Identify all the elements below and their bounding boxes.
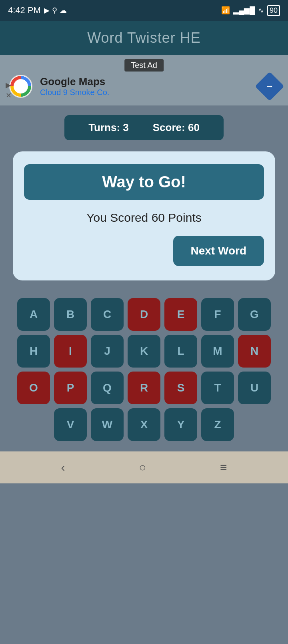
app-header: Word Twister HE: [0, 21, 288, 55]
key-c[interactable]: C: [91, 298, 124, 331]
menu-button[interactable]: ≡: [220, 461, 227, 474]
keyboard-row-2: OPQRSTU: [6, 372, 282, 404]
dialog-title-box: Way to Go!: [24, 164, 264, 200]
key-g[interactable]: G: [238, 298, 271, 331]
score-display: Score: 60: [153, 121, 200, 134]
vibrate-icon: 📶: [221, 6, 230, 15]
ad-text: Google Maps Cloud 9 Smoke Co.: [40, 76, 109, 97]
dialog: Way to Go! You Scored 60 Points Next Wor…: [13, 151, 275, 280]
dialog-actions: Next Word: [24, 236, 264, 266]
status-icons: ▶ ⚲ ☁: [44, 6, 67, 15]
ad-controls[interactable]: ▶ ✕: [6, 81, 12, 100]
key-v[interactable]: V: [54, 408, 87, 441]
app-title: Word Twister HE: [87, 30, 201, 46]
ad-content: Google Maps Cloud 9 Smoke Co.: [8, 74, 109, 99]
key-x[interactable]: X: [128, 408, 160, 441]
ad-banner[interactable]: Test Ad Google Maps Cloud 9 Smoke Co. → …: [0, 55, 288, 105]
battery-icon: 90: [267, 5, 280, 16]
key-n[interactable]: N: [238, 335, 271, 368]
back-icon: ‹: [61, 461, 65, 474]
keyboard-row-1: HIJKLMN: [6, 335, 282, 368]
status-time: 4:42 PM: [8, 5, 41, 16]
dialog-title: Way to Go!: [102, 173, 186, 191]
status-bar: 4:42 PM ▶ ⚲ ☁ 📶 ▂▄▆█ ∿ 90: [0, 0, 288, 21]
ad-app-name: Google Maps: [40, 76, 109, 88]
home-icon: ○: [139, 461, 146, 474]
keyboard-area: ABCDEFGHIJKLMNOPQRSTUVWXYZ: [0, 290, 288, 451]
wifi-icon: ∿: [258, 6, 264, 15]
home-button[interactable]: ○: [139, 461, 146, 474]
key-j[interactable]: J: [91, 335, 124, 368]
key-t[interactable]: T: [201, 372, 234, 404]
dialog-score-text: You Scored 60 Points: [24, 211, 264, 225]
keyboard-row-0: ABCDEFG: [6, 298, 282, 331]
key-b[interactable]: B: [54, 298, 87, 331]
signal-icon: ▂▄▆█: [233, 6, 255, 15]
key-l[interactable]: L: [164, 335, 197, 368]
key-s[interactable]: S: [164, 372, 197, 404]
score-box: Turns: 3 Score: 60: [64, 115, 224, 140]
dialog-area: Way to Go! You Scored 60 Points Next Wor…: [0, 147, 288, 290]
ad-right[interactable]: →: [259, 76, 280, 97]
score-bar: Turns: 3 Score: 60: [0, 105, 288, 147]
ad-direction-icon: →: [255, 72, 284, 101]
key-q[interactable]: Q: [91, 372, 124, 404]
ad-play-icon[interactable]: ▶: [6, 81, 12, 89]
key-m[interactable]: M: [201, 335, 234, 368]
usb-icon: ⚲: [52, 6, 57, 15]
cloud-icon: ☁: [60, 6, 67, 15]
key-y[interactable]: Y: [164, 408, 197, 441]
ad-close-icon[interactable]: ✕: [6, 91, 12, 100]
key-e[interactable]: E: [164, 298, 197, 331]
key-h[interactable]: H: [17, 335, 50, 368]
status-bar-left: 4:42 PM ▶ ⚲ ☁: [8, 5, 67, 16]
keyboard-row-3: VWXYZ: [6, 408, 282, 441]
key-u[interactable]: U: [238, 372, 271, 404]
whatsapp-icon: ▶: [44, 6, 50, 15]
ad-logo-icon: [8, 74, 34, 99]
key-w[interactable]: W: [91, 408, 124, 441]
key-p[interactable]: P: [54, 372, 87, 404]
next-word-button[interactable]: Next Word: [173, 236, 264, 266]
key-f[interactable]: F: [201, 298, 234, 331]
key-k[interactable]: K: [128, 335, 160, 368]
svg-point-1: [17, 82, 25, 90]
ad-sub-text: Cloud 9 Smoke Co.: [40, 88, 109, 97]
turns-display: Turns: 3: [88, 121, 129, 134]
nav-bar: ‹ ○ ≡: [0, 451, 288, 483]
ad-test-label: Test Ad: [124, 59, 164, 72]
key-d[interactable]: D: [128, 298, 160, 331]
status-bar-right: 📶 ▂▄▆█ ∿ 90: [221, 5, 280, 16]
menu-icon: ≡: [220, 461, 227, 474]
back-button[interactable]: ‹: [61, 461, 65, 474]
key-i[interactable]: I: [54, 335, 87, 368]
key-a[interactable]: A: [17, 298, 50, 331]
key-z[interactable]: Z: [201, 408, 234, 441]
key-o[interactable]: O: [17, 372, 50, 404]
key-r[interactable]: R: [128, 372, 160, 404]
